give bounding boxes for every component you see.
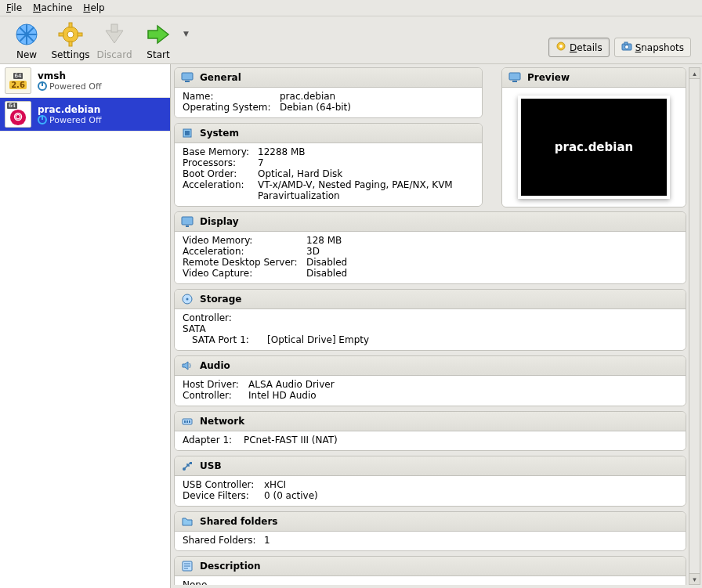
field-value: SATA xyxy=(183,323,206,334)
details-label: Details xyxy=(570,42,602,53)
power-icon xyxy=(38,115,47,124)
field-value: Optical, Hard Disk xyxy=(258,168,342,179)
section-title: Network xyxy=(200,416,244,427)
section-header[interactable]: Audio xyxy=(175,356,686,376)
svg-point-13 xyxy=(559,45,563,48)
vm-list-item[interactable]: 64 2.6 vmsh Powered Off xyxy=(0,64,170,98)
svg-rect-23 xyxy=(512,81,517,82)
section-title: Preview xyxy=(527,72,570,83)
display-section: Display Video Memory:128 MB Acceleration… xyxy=(174,211,686,284)
field-label: USB Controller: xyxy=(183,479,264,490)
menubar: File Machine Help xyxy=(0,0,702,16)
network-icon xyxy=(181,415,194,427)
discard-label: Discard xyxy=(96,49,132,60)
svg-rect-29 xyxy=(184,420,186,423)
svg-point-27 xyxy=(186,298,189,301)
field-label: Acceleration: xyxy=(183,179,258,201)
start-dropdown-icon[interactable]: ▼ xyxy=(183,30,189,38)
start-button[interactable]: Start xyxy=(136,20,180,62)
start-icon xyxy=(145,21,172,48)
menu-machine[interactable]: Machine xyxy=(33,2,72,13)
section-header[interactable]: System xyxy=(175,124,482,143)
storage-section: Storage Controller: SATA SATA Port 1:[Op… xyxy=(174,289,686,351)
field-label: Boot Order: xyxy=(183,168,258,179)
svg-rect-18 xyxy=(182,73,193,80)
network-section: Network Adapter 1:PCnet-FAST III (NAT) xyxy=(174,411,686,451)
snapshots-label: Snapshots xyxy=(635,42,684,53)
disk-icon xyxy=(181,293,194,305)
snapshots-toggle[interactable]: Snapshots xyxy=(614,38,691,57)
section-header[interactable]: Storage xyxy=(175,290,686,309)
monitor-icon xyxy=(508,71,521,84)
field-label: Operating System: xyxy=(183,102,280,113)
details-pane: General Name:prac.debian Operating Syste… xyxy=(171,64,702,588)
field-label: Base Memory: xyxy=(183,146,258,157)
details-toggle[interactable]: Details xyxy=(548,38,610,57)
field-value: ALSA Audio Driver xyxy=(248,379,335,390)
section-header[interactable]: Preview xyxy=(502,68,686,88)
section-title: Shared folders xyxy=(200,516,277,527)
section-title: USB xyxy=(200,460,222,471)
section-header[interactable]: USB xyxy=(175,456,686,476)
vm-name: prac.debian xyxy=(38,104,102,115)
display-icon xyxy=(181,215,194,228)
monitor-icon xyxy=(181,71,194,84)
svg-rect-7 xyxy=(69,23,72,27)
field-label: Name: xyxy=(183,91,280,102)
svg-rect-15 xyxy=(624,42,628,45)
preview-thumbnail[interactable]: prac.debian xyxy=(518,96,670,199)
section-header[interactable]: Display xyxy=(175,212,686,232)
svg-point-17 xyxy=(10,110,26,125)
field-label: Device Filters: xyxy=(183,490,264,501)
camera-icon xyxy=(621,41,632,54)
section-header[interactable]: General xyxy=(175,68,482,88)
description-text: None xyxy=(183,579,678,585)
field-value: [Optical Drive] Empty xyxy=(267,334,369,345)
field-value: prac.debian xyxy=(280,91,335,102)
section-title: General xyxy=(200,72,241,83)
scroll-up-icon[interactable]: ▴ xyxy=(689,68,700,79)
vm-state: Powered Off xyxy=(49,115,102,125)
field-label: Remote Desktop Server: xyxy=(183,257,306,268)
os-icon: 64 xyxy=(5,101,31,128)
section-title: Audio xyxy=(200,360,230,371)
field-value: Debian (64-bit) xyxy=(280,102,351,113)
section-title: Display xyxy=(200,216,238,227)
field-value: Disabled xyxy=(306,257,347,268)
svg-rect-31 xyxy=(189,420,190,423)
field-label: Acceleration: xyxy=(183,246,306,257)
svg-rect-10 xyxy=(78,33,82,36)
section-header[interactable]: Network xyxy=(175,412,686,431)
field-label: Video Capture: xyxy=(183,268,306,279)
svg-rect-9 xyxy=(59,33,63,36)
field-label: Host Driver: xyxy=(183,379,248,390)
section-title: System xyxy=(200,128,239,139)
os-icon: 64 2.6 xyxy=(5,67,31,94)
scrollbar[interactable]: ▴ ▾ xyxy=(689,67,700,585)
audio-section: Audio Host Driver:ALSA Audio Driver Cont… xyxy=(174,355,686,406)
field-label: Processors: xyxy=(183,157,258,168)
svg-rect-33 xyxy=(190,462,192,464)
menu-file[interactable]: File xyxy=(6,2,22,13)
settings-button[interactable]: Settings xyxy=(49,20,92,62)
chip-icon xyxy=(181,127,194,139)
field-value: 0 (0 active) xyxy=(264,490,318,501)
usb-icon xyxy=(181,460,194,472)
section-header[interactable]: Description xyxy=(175,557,686,576)
section-header[interactable]: Shared folders xyxy=(175,512,686,532)
field-value: 1 xyxy=(264,535,270,546)
svg-rect-19 xyxy=(185,81,190,82)
svg-rect-30 xyxy=(186,420,188,423)
folder-icon xyxy=(181,515,194,528)
scroll-down-icon[interactable]: ▾ xyxy=(689,573,700,584)
description-icon xyxy=(181,560,194,572)
new-label: New xyxy=(16,49,37,60)
field-value: xHCI xyxy=(264,479,286,490)
svg-rect-22 xyxy=(509,73,520,80)
system-section: System Base Memory:12288 MB Processors:7… xyxy=(174,123,483,207)
menu-help[interactable]: Help xyxy=(83,2,104,13)
settings-label: Settings xyxy=(51,49,89,60)
field-value: Intel HD Audio xyxy=(248,390,317,401)
vm-list-item[interactable]: 64 prac.debian Powered Off xyxy=(0,98,170,132)
new-button[interactable]: New xyxy=(5,20,49,62)
